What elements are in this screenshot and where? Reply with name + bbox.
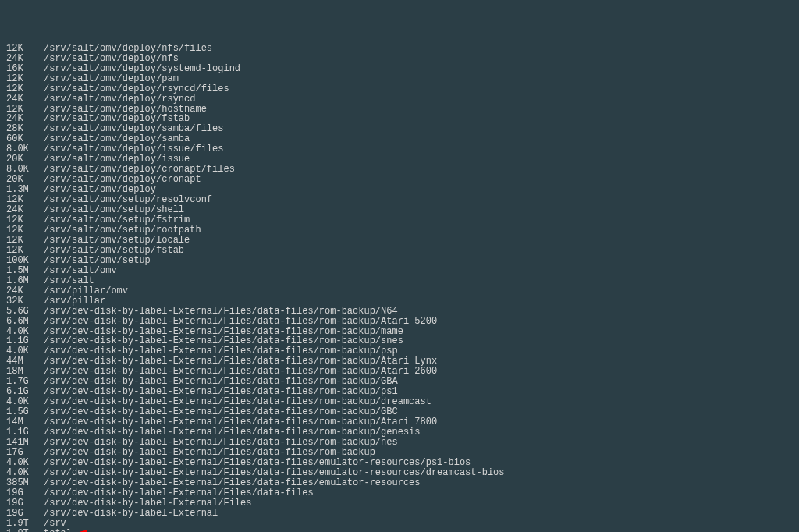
output-row: 6.6M/srv/dev-disk-by-label-External/File… bbox=[6, 317, 793, 327]
output-row: 12K/srv/salt/omv/setup/fstab bbox=[6, 246, 793, 256]
size-value: 16K bbox=[6, 64, 44, 74]
size-value: 12K bbox=[6, 246, 44, 256]
size-value: 24K bbox=[6, 54, 44, 64]
output-row: 24K/srv/salt/omv/deploy/nfs bbox=[6, 54, 793, 64]
output-row: 4.0K/srv/dev-disk-by-label-External/File… bbox=[6, 468, 793, 478]
path-value: /srv/salt/omv/deploy/systemd-logind bbox=[44, 64, 240, 74]
output-row: 100K/srv/salt/omv/setup bbox=[6, 256, 793, 266]
output-row: 5.6G/srv/dev-disk-by-label-External/File… bbox=[6, 307, 793, 317]
path-value: /srv/dev-disk-by-label-External/Files bbox=[44, 498, 251, 509]
path-value: total bbox=[44, 529, 72, 532]
path-value: /srv/dev-disk-by-label-External bbox=[44, 509, 218, 519]
size-value: 1.9T bbox=[6, 519, 44, 529]
path-value: /srv/salt bbox=[44, 276, 94, 286]
output-row: 12K/srv/salt/omv/deploy/pam bbox=[6, 74, 793, 84]
size-value: 19G bbox=[6, 488, 44, 498]
path-value: /srv/salt/omv/setup/fstab bbox=[44, 246, 184, 256]
size-value: 385M bbox=[6, 478, 44, 488]
path-value: /srv bbox=[44, 519, 66, 529]
output-row: 16K/srv/salt/omv/deploy/systemd-logind bbox=[6, 64, 793, 74]
output-row: 141M/srv/dev-disk-by-label-External/File… bbox=[6, 438, 793, 448]
output-row: 4.0K/srv/dev-disk-by-label-External/File… bbox=[6, 458, 793, 468]
path-value: /srv/salt/omv/deploy/rsyncd bbox=[44, 94, 195, 105]
size-value: 24K bbox=[6, 286, 44, 296]
path-value: /srv/pillar/omv bbox=[44, 286, 128, 296]
terminal-output: 12K/srv/salt/omv/deploy/nfs/files24K/srv… bbox=[6, 44, 793, 532]
output-row: 19G/srv/dev-disk-by-label-External/Files… bbox=[6, 488, 793, 498]
output-row: 1.9Ttotal bbox=[6, 529, 793, 532]
size-value: 4.0K bbox=[6, 468, 44, 478]
size-value: 1.9T bbox=[6, 529, 44, 532]
output-row: 19G/srv/dev-disk-by-label-External/Files bbox=[6, 498, 793, 509]
path-value: /srv/dev-disk-by-label-External/Files/da… bbox=[44, 307, 398, 317]
path-value: /srv/salt/omv/setup/rootpath bbox=[44, 225, 201, 236]
size-value: 5.6G bbox=[6, 307, 44, 317]
size-value: 1.5M bbox=[6, 266, 44, 276]
path-value: /srv/dev-disk-by-label-External/Files/da… bbox=[44, 438, 398, 448]
output-row: 24K/srv/salt/omv/deploy/rsyncd bbox=[6, 94, 793, 105]
output-row: 1.6M/srv/salt bbox=[6, 276, 793, 286]
size-value: 19G bbox=[6, 509, 44, 519]
size-value: 32K bbox=[6, 296, 44, 307]
output-row: 12K/srv/salt/omv/setup/locale bbox=[6, 236, 793, 246]
output-row: 24K/srv/pillar/omv bbox=[6, 286, 793, 296]
path-value: /srv/dev-disk-by-label-External/Files/da… bbox=[44, 488, 314, 498]
size-value: 12K bbox=[6, 84, 44, 94]
path-value: /srv/dev-disk-by-label-External/Files/da… bbox=[44, 448, 375, 458]
size-value: 19G bbox=[6, 498, 44, 509]
path-value: /srv/dev-disk-by-label-External/Files/da… bbox=[44, 468, 505, 478]
size-value: 6.6M bbox=[6, 317, 44, 327]
size-value: 1.6M bbox=[6, 276, 44, 286]
path-value: /srv/salt/omv bbox=[44, 266, 117, 276]
output-row: 1.5M/srv/salt/omv bbox=[6, 266, 793, 276]
path-value: /srv/salt/omv/deploy/nfs bbox=[44, 54, 179, 64]
output-row: 12K/srv/salt/omv/setup/rootpath bbox=[6, 225, 793, 236]
path-value: /srv/pillar bbox=[44, 296, 105, 307]
size-value: 12K bbox=[6, 225, 44, 236]
size-value: 24K bbox=[6, 94, 44, 105]
output-row: 385M/srv/dev-disk-by-label-External/File… bbox=[6, 478, 793, 488]
output-row: 19G/srv/dev-disk-by-label-External bbox=[6, 509, 793, 519]
output-row: 32K/srv/pillar bbox=[6, 296, 793, 307]
output-row: 1.9T/srv bbox=[6, 519, 793, 529]
output-row: 12K/srv/salt/omv/deploy/nfs/files bbox=[6, 44, 793, 54]
size-value: 141M bbox=[6, 438, 44, 448]
output-row: 12K/srv/salt/omv/deploy/rsyncd/files bbox=[6, 84, 793, 94]
path-value: /srv/dev-disk-by-label-External/Files/da… bbox=[44, 317, 437, 327]
size-value: 17G bbox=[6, 448, 44, 458]
size-value: 100K bbox=[6, 256, 44, 266]
path-value: /srv/salt/omv/deploy/rsyncd/files bbox=[44, 84, 229, 94]
path-value: /srv/salt/omv/setup/locale bbox=[44, 236, 190, 246]
path-value: /srv/salt/omv/setup bbox=[44, 256, 151, 266]
path-value: /srv/salt/omv/deploy/nfs/files bbox=[44, 44, 212, 54]
output-row: 17G/srv/dev-disk-by-label-External/Files… bbox=[6, 448, 793, 458]
annotation-arrow-icon bbox=[76, 529, 170, 532]
size-value: 12K bbox=[6, 236, 44, 246]
path-value: /srv/salt/omv/deploy/pam bbox=[44, 74, 179, 84]
size-value: 4.0K bbox=[6, 458, 44, 468]
size-value: 12K bbox=[6, 44, 44, 54]
path-value: /srv/dev-disk-by-label-External/Files/da… bbox=[44, 458, 471, 468]
size-value: 12K bbox=[6, 74, 44, 84]
path-value: /srv/dev-disk-by-label-External/Files/da… bbox=[44, 478, 420, 488]
